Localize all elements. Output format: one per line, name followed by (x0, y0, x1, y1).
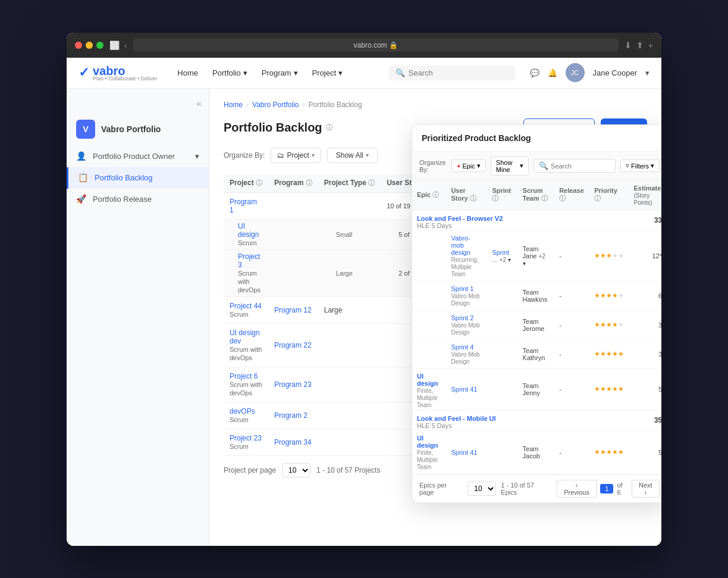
pagination-info: 1 - 10 of 57 Projects (316, 466, 380, 474)
panel-backlog-toolbar: Organize By: ● Epic ▾ Show Mine ▾ 🔍 (412, 152, 661, 181)
panel-search-box[interactable]: 🔍 (534, 159, 616, 173)
panel-backlog-header: Prioritized Product Backlog (412, 125, 661, 152)
current-page: 1 (600, 484, 613, 493)
epic-estimate-1: 33 (629, 210, 661, 230)
panel-footer: Epics per page 102050 1 - 10 of 57 Epics… (412, 474, 661, 502)
page-title: Portfolio Backlog ⓘ (224, 121, 332, 135)
traffic-lights (75, 42, 103, 49)
panel-filter-icon: ▿ (626, 162, 629, 170)
panel-backlog-title: Prioritized Product Backlog (422, 133, 531, 143)
sub-project-label-2: Project 3 Scrum with devOps (238, 252, 262, 294)
panel-col-user-story: User Story ⓘ (446, 181, 487, 210)
notifications-icon[interactable]: 🔔 (548, 68, 557, 77)
main-content: Home › Vabro Portfolio › Portfolio Backl… (209, 89, 661, 546)
breadcrumb-current: Portfolio Backlog (309, 101, 362, 109)
panel-pagination-info: 1 - 10 of 57 Epics (501, 482, 552, 496)
project-chevron: ▾ (338, 68, 343, 77)
user-avatar: JC (566, 63, 585, 82)
messages-icon[interactable]: 💬 (530, 68, 539, 77)
show-all-chevron: ▾ (366, 152, 369, 158)
panel-filter-button[interactable]: ▿ Filters ▾ (620, 160, 660, 172)
panel-table-row-4: Sprint 4 Vabro Mob Design Team Kathryn -… (412, 339, 661, 368)
minimize-button[interactable] (86, 42, 93, 49)
organize-by-label: Organize By: (224, 151, 265, 160)
sidebar-toggle-icon[interactable]: ⬜ (109, 40, 120, 50)
organize-chevron: ▾ (312, 152, 315, 158)
nav-right: 💬 🔔 JC Jane Cooper ▾ (530, 63, 649, 82)
portfolio-chevron: ▾ (243, 68, 247, 77)
panel-epic-group-row-2: UI design Finite, Multiple Team Sprint 4… (412, 368, 661, 410)
priority-stars-2: ★★★★ (594, 292, 618, 299)
new-tab-icon[interactable]: + (648, 40, 653, 50)
user-chevron[interactable]: ▾ (645, 68, 649, 77)
sidebar-item-release[interactable]: 🚀 Portfolio Release (67, 189, 209, 210)
sidebar-item-backlog[interactable]: 📋 Portfolio Backlog (67, 167, 209, 189)
panel-epic-group-row-3: Look and Feel - Mobile UI HLE 5 Days 35 (412, 410, 661, 430)
sidebar: « V Vabro Portfolio 👤 Portfolio Product … (67, 89, 209, 546)
maximize-button[interactable] (96, 42, 103, 49)
epic-label-1[interactable]: Look and Feel - Browser V2 (417, 215, 503, 222)
nav-home[interactable]: Home (171, 65, 204, 81)
panel-show-mine-select[interactable]: Show Mine ▾ (491, 157, 529, 176)
prev-page-btn[interactable]: ‹ Previous (557, 480, 597, 498)
epic-color-dot: ● (457, 163, 460, 169)
sidebar-item-label-backlog: Portfolio Backlog (95, 173, 153, 182)
nav-project[interactable]: Project ▾ (306, 65, 349, 81)
content-area: « V Vabro Portfolio 👤 Portfolio Product … (67, 89, 661, 546)
search-icon: 🔍 (396, 68, 405, 77)
address-bar[interactable]: vabro.com 🔒 (133, 39, 619, 52)
browser-window: ⬜ ‹ vabro.com 🔒 ⬇ ⬆ + ✓ vabro Plan • Col… (67, 33, 661, 546)
sidebar-item-product-owner[interactable]: 👤 Portfolio Product Owner ▾ (67, 146, 209, 167)
priority-stars-4: ★★★★★ (594, 350, 624, 357)
epic-label-3[interactable]: Look and Feel - Mobile UI (417, 415, 496, 422)
nav-search-input[interactable] (409, 68, 509, 77)
sidebar-portfolio-header: V Vabro Portfolio (67, 115, 209, 146)
per-page-select[interactable]: 10 20 50 (282, 463, 310, 477)
priority-stars-5: ★★★★★ (594, 385, 624, 392)
panel-epic-select[interactable]: ● Epic ▾ (451, 160, 485, 172)
breadcrumb: Home › Vabro Portfolio › Portfolio Backl… (224, 101, 647, 109)
breadcrumb-home[interactable]: Home (224, 101, 243, 109)
page-title-info-icon[interactable]: ⓘ (326, 123, 332, 132)
panel-epic-group-row: Look and Feel - Browser V2 HLE 5 Days 33 (412, 210, 661, 230)
close-button[interactable] (75, 42, 82, 49)
col-project: Project ⓘ (224, 174, 268, 193)
person-icon: 👤 (76, 151, 87, 162)
show-all-select[interactable]: Show All ▾ (327, 148, 378, 163)
panel-table-row-last: UI design Finite, Multiple Team Sprint 4… (412, 430, 661, 474)
panel-backlog-table: Epic ⓘ User Story ⓘ Sprint ⓘ Scrum Team … (412, 181, 661, 474)
panel-col-epic: Epic ⓘ (412, 181, 446, 210)
panel-table-row: Vabro-mob design Recurring, Multiple Tea… (412, 230, 661, 281)
next-page-btn[interactable]: Next › (632, 480, 660, 498)
panel-search-icon: 🔍 (539, 161, 548, 170)
share-icon[interactable]: ⬆ (636, 40, 644, 50)
priority-stars-1: ★★★ (594, 252, 612, 259)
logo-subtitle: Plan • Collaborate • Deliver (93, 76, 157, 82)
nav-program[interactable]: Program ▾ (256, 65, 304, 81)
panel-per-page-label: Epics per page (419, 482, 463, 496)
col-project-type: Project Type ⓘ (318, 174, 381, 193)
sub-project-label: UI design Scrum (238, 222, 262, 247)
back-icon[interactable]: ‹ (124, 40, 127, 50)
panel-backlog: Prioritized Product Backlog Organize By:… (412, 124, 661, 503)
epic-label-2[interactable]: UI design (417, 373, 438, 387)
total-pages: of 6 (617, 482, 627, 496)
program-chevron: ▾ (294, 68, 298, 77)
nav-portfolio[interactable]: Portfolio ▾ (206, 65, 253, 81)
priority-stars-3: ★★★★ (594, 321, 618, 328)
panel-search-input[interactable] (551, 163, 610, 170)
sidebar-collapse-btn[interactable]: « (67, 98, 209, 115)
portfolio-name: Vabro Portfolio (101, 124, 161, 134)
logo: ✓ vabro Plan • Collaborate • Deliver (79, 64, 157, 82)
panel-col-scrum-team: Scrum Team ⓘ (518, 181, 555, 210)
nav-search-box[interactable]: 🔍 (388, 65, 516, 80)
panel-organize-label: Organize By: (419, 159, 447, 173)
downloads-icon[interactable]: ⬇ (625, 40, 632, 50)
panel-per-page-select[interactable]: 102050 (467, 482, 496, 496)
panel-table-row-3: Sprint 2 Vabro Mob Design Team Jerome - … (412, 310, 661, 339)
organize-select[interactable]: 🗂 Project ▾ (271, 148, 321, 163)
app: ✓ vabro Plan • Collaborate • Deliver Hom… (67, 58, 661, 546)
release-icon: 🚀 (76, 194, 87, 205)
breadcrumb-portfolio[interactable]: Vabro Portfolio (252, 101, 299, 109)
panel-table-row-2: Sprint 1 Vabro Mob Design Team Hawkins -… (412, 281, 661, 310)
